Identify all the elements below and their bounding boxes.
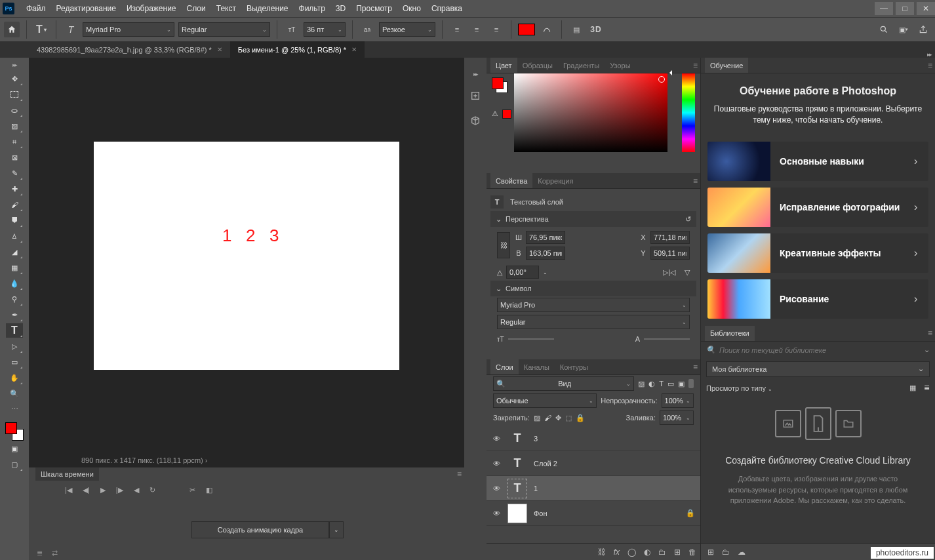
timeline-convert-icon[interactable]: ⇄ [52, 549, 58, 557]
menu-window[interactable]: Окно [397, 0, 426, 17]
midstrip-collapse[interactable]: ▸▸ [473, 71, 477, 77]
learn-card-photo[interactable]: Исправление фотографии› [707, 188, 928, 227]
dodge-tool[interactable]: ⚲ [6, 292, 23, 306]
x-input[interactable] [650, 231, 690, 244]
lock-pixels-icon[interactable]: 🖌 [544, 414, 551, 422]
swatches-tab[interactable]: Образцы [517, 58, 558, 73]
type-tool[interactable]: T [6, 323, 23, 338]
lib-add-icon[interactable]: ⊞ [707, 548, 714, 557]
eye-icon[interactable]: 👁 [492, 484, 501, 493]
layer-filter-image-icon[interactable]: ▨ [638, 380, 645, 388]
learn-card-drawing[interactable]: Рисование› [707, 279, 928, 319]
flip-h-icon[interactable]: ▷|◁ [663, 268, 675, 277]
zoom-tool[interactable]: 🔍 [6, 386, 23, 401]
text-layer-3[interactable]: 3 [269, 226, 279, 246]
frame-tool[interactable]: ⊠ [6, 150, 23, 165]
document-canvas[interactable]: 1 2 3 [94, 142, 399, 370]
timeline-menu-icon[interactable]: ≡ [457, 470, 462, 479]
align-left-button[interactable]: ≡ [449, 22, 465, 37]
new-layer-icon[interactable]: ⊞ [674, 548, 681, 557]
text-layer-1[interactable]: 1 [222, 226, 231, 246]
layer-filter-smart-icon[interactable]: ▣ [678, 380, 685, 388]
lock-trans-icon[interactable]: ▨ [534, 414, 540, 422]
layer-name[interactable]: Слой 2 [534, 460, 557, 468]
timeline-prev-frame[interactable]: ◀| [83, 486, 90, 494]
healing-tool[interactable]: ✚ [6, 182, 23, 196]
timeline-next-frame[interactable]: |▶ [116, 486, 123, 494]
panel-menu-icon[interactable]: ≡ [693, 61, 698, 70]
library-select[interactable]: Моя библиотека⌄ [706, 361, 930, 377]
path-select-tool[interactable]: ▷ [6, 339, 23, 353]
link-layers-icon[interactable]: ⛓ [598, 548, 606, 557]
search-button[interactable] [876, 22, 892, 37]
font-weight-dropdown[interactable]: Regular⌄ [178, 22, 270, 37]
history-brush-tool[interactable]: ꕔ [6, 229, 23, 243]
channels-tab[interactable]: Каналы [519, 359, 555, 374]
lib-folder-icon[interactable]: 🗀 [722, 548, 730, 557]
share-button[interactable] [915, 22, 931, 37]
layer-mask-icon[interactable]: ◯ [627, 548, 636, 557]
layer-filter-adj-icon[interactable]: ◐ [648, 380, 655, 388]
window-minimize[interactable]: — [875, 2, 893, 15]
patterns-tab[interactable]: Узоры [605, 58, 635, 73]
color-fgbg-swatches[interactable] [492, 77, 507, 93]
timeline-first-frame[interactable]: |◀ [65, 486, 72, 494]
expand-icon[interactable]: ▸▸ [927, 51, 931, 58]
gamut-warning-icon[interactable]: ⚠ [492, 110, 500, 117]
3d-button[interactable]: 3D [588, 22, 604, 37]
color-tab[interactable]: Цвет [490, 58, 517, 73]
lib-sync-icon[interactable]: ☁ [738, 548, 746, 557]
align-right-button[interactable]: ≡ [488, 22, 504, 37]
stamp-tool[interactable]: ⛊ [6, 213, 23, 228]
prop-font-dropdown[interactable]: Myriad Pro⌄ [497, 298, 690, 312]
eye-icon[interactable]: 👁 [492, 434, 501, 443]
layer-name[interactable]: 3 [534, 435, 538, 443]
timeline-tab[interactable]: Шкала времени [35, 468, 99, 481]
prop-weight-dropdown[interactable]: Regular⌄ [497, 315, 690, 329]
document-tab-1[interactable]: Без имени-1 @ 25% (1, RGB/8) *✕ [230, 41, 365, 58]
lib-list-icon[interactable]: ≣ [924, 384, 930, 392]
document-tab-0[interactable]: 43982985691_f9aa273e2a_h.jpg @ 33,3% (RG… [29, 41, 230, 58]
menu-filter[interactable]: Фильтр [294, 0, 330, 17]
layer-name[interactable]: Фон [534, 510, 547, 517]
timeline-tracks-icon[interactable]: ≣ [37, 549, 43, 557]
3d-panel-icon[interactable] [469, 114, 482, 127]
panel-menu-icon[interactable]: ≡ [928, 329, 932, 338]
brush-tool[interactable]: 🖌 [6, 197, 23, 212]
layer-filter-toggle[interactable] [688, 379, 694, 388]
menu-image[interactable]: Изображение [121, 0, 182, 17]
layer-row[interactable]: 👁 T 3 [487, 426, 700, 451]
opacity-input[interactable]: 100%⌄ [662, 393, 694, 408]
layer-filter-shape-icon[interactable]: ▭ [667, 380, 674, 388]
menu-view[interactable]: Просмотр [351, 0, 397, 17]
lock-all-icon[interactable]: 🔒 [576, 414, 585, 422]
delete-layer-icon[interactable]: 🗑 [688, 548, 696, 557]
move-tool[interactable]: ✥ [6, 71, 23, 86]
antialias-dropdown[interactable]: Резкое⌄ [379, 22, 435, 37]
panel-menu-icon[interactable]: ≡ [693, 363, 698, 372]
lib-grid-icon[interactable]: ▦ [909, 384, 916, 392]
library-search[interactable]: 🔍 Поиск по текущей библиотеке [706, 346, 916, 354]
fg-bg-swatches[interactable] [5, 422, 24, 441]
history-panel-icon[interactable] [469, 89, 482, 102]
fill-input[interactable]: 100%⌄ [660, 410, 694, 425]
eye-icon[interactable]: 👁 [492, 459, 501, 468]
text-color-swatch[interactable] [518, 24, 535, 35]
hand-tool[interactable]: ✋ [6, 370, 23, 385]
adjustments-tab[interactable]: Коррекция [532, 173, 578, 188]
char-panel-button[interactable]: ▤ [568, 22, 584, 37]
menu-layers[interactable]: Слои [182, 0, 211, 17]
reset-icon[interactable]: ↺ [685, 215, 691, 224]
warp-text-button[interactable] [539, 22, 555, 37]
lock-pos-icon[interactable]: ✥ [555, 414, 561, 422]
quick-select-tool[interactable]: ▨ [6, 119, 23, 133]
timeline-create-dropdown[interactable]: ⌄ [329, 521, 344, 538]
eyedropper-tool[interactable]: ✎ [6, 166, 23, 180]
text-layer-2[interactable]: 2 [246, 226, 255, 246]
timeline-last-frame[interactable]: ◀ [134, 486, 139, 494]
pen-tool[interactable]: ✒ [6, 308, 23, 322]
align-center-button[interactable]: ≡ [469, 22, 485, 37]
menu-select[interactable]: Выделение [241, 0, 294, 17]
screen-mode-button[interactable]: ▣▾ [896, 22, 911, 37]
layer-filter-dropdown[interactable]: 🔍 Вид⌄ [493, 376, 634, 391]
